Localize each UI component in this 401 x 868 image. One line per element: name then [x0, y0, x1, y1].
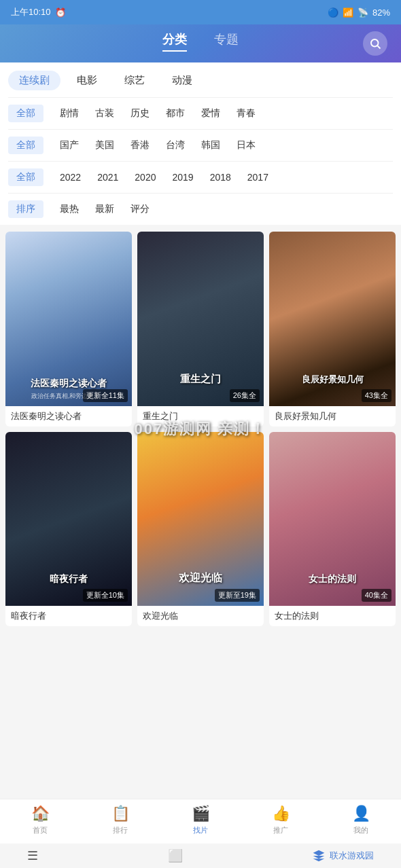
- video-badge-1: 更新全11集: [83, 389, 128, 402]
- nav-home-label: 首页: [33, 825, 48, 835]
- filter-area: 连续剧 电影 综艺 动漫 全部 剧情 古装 历史 都市 爱情 青春 全部 国产 …: [0, 62, 401, 225]
- year-2020[interactable]: 2020: [126, 169, 164, 185]
- video-card-4[interactable]: 暗夜行者 更新全10集 暗夜行者: [5, 432, 132, 627]
- tab-fenglei[interactable]: 分类: [162, 31, 187, 52]
- video-thumb-6: 女士的法则 40集全: [269, 432, 396, 607]
- cat-lianxuju[interactable]: 连续剧: [8, 71, 60, 90]
- bluetooth-icon: 🔵: [328, 7, 338, 18]
- video-badge-4: 更新全10集: [83, 589, 128, 602]
- video-title-6: 女士的法则: [269, 606, 396, 626]
- search-button[interactable]: [363, 31, 387, 56]
- region-hanguo[interactable]: 韩国: [193, 137, 228, 154]
- nav-home[interactable]: 🏠 首页: [20, 805, 60, 835]
- region-guochan[interactable]: 国产: [52, 137, 87, 154]
- sort-label[interactable]: 排序: [8, 200, 43, 218]
- video-thumb-3: 良辰好景知几何 43集全: [269, 232, 396, 406]
- region-label[interactable]: 全部: [8, 137, 43, 154]
- video-card-2[interactable]: 重生之门 26集全 重生之门: [137, 232, 264, 427]
- nav-ranking[interactable]: 📋 排行: [100, 805, 141, 835]
- svg-line-1: [377, 46, 380, 48]
- genre-dushi[interactable]: 都市: [158, 105, 193, 122]
- bottom-nav: 🏠 首页 📋 排行 🎬 找片 👍 推广 👤 我的: [0, 799, 401, 844]
- video-title-5: 欢迎光临: [137, 606, 264, 626]
- region-riben[interactable]: 日本: [228, 137, 264, 154]
- mine-icon: 👤: [352, 805, 370, 822]
- category-row: 连续剧 电影 综艺 动漫: [8, 62, 393, 98]
- cat-dianying[interactable]: 电影: [66, 71, 108, 90]
- video-title-1: 法医秦明之读心者: [5, 406, 132, 427]
- ranking-icon: 📋: [111, 805, 130, 822]
- video-grid: 007游测网 亲测！ 法医秦明之读心者 政治任务真相,和旁边来了！ 更新全11集…: [0, 225, 401, 633]
- year-2022[interactable]: 2022: [52, 169, 89, 185]
- year-2021[interactable]: 2021: [89, 169, 126, 185]
- nav-find[interactable]: 🎬 找片: [180, 805, 221, 835]
- status-bar: 上午10:10 ⏰ 🔵 📶 📡 82%: [0, 0, 401, 24]
- status-time: 上午10:10: [11, 6, 51, 18]
- video-badge-5: 更新至19集: [215, 589, 260, 602]
- video-thumb-1: 法医秦明之读心者 政治任务真相,和旁边来了！ 更新全11集: [5, 232, 132, 406]
- region-row: 全部 国产 美国 香港 台湾 韩国 日本: [8, 130, 393, 162]
- nav-mine[interactable]: 👤 我的: [341, 805, 381, 835]
- clock-icon: ⏰: [55, 7, 66, 18]
- brand-logo-icon: [312, 849, 326, 863]
- sort-row: 排序 最热 最新 评分: [8, 194, 393, 225]
- year-label[interactable]: 全部: [8, 168, 43, 186]
- tab-zhuanti[interactable]: 专题: [214, 31, 239, 52]
- status-left: 上午10:10 ⏰: [11, 6, 66, 18]
- genre-qingchun[interactable]: 青春: [228, 105, 264, 122]
- video-title-2: 重生之门: [137, 406, 264, 427]
- promo-icon: 👍: [272, 805, 290, 822]
- video-badge-2: 26集全: [230, 389, 260, 402]
- nav-find-label: 找片: [193, 825, 208, 835]
- status-right: 🔵 📶 📡 82%: [328, 7, 390, 18]
- video-title-3: 良辰好景知几何: [269, 406, 396, 427]
- nav-mine-label: 我的: [353, 825, 368, 835]
- cat-dongman[interactable]: 动漫: [161, 71, 203, 90]
- nav-ranking-label: 排行: [113, 825, 128, 835]
- video-thumb-5: 欢迎光临 更新至19集: [137, 432, 264, 607]
- nav-promo[interactable]: 👍 推广: [260, 805, 301, 835]
- genre-aiqing[interactable]: 爱情: [193, 105, 228, 122]
- video-badge-6: 40集全: [362, 589, 391, 602]
- video-title-4: 暗夜行者: [5, 606, 132, 626]
- genre-row: 全部 剧情 古装 历史 都市 爱情 青春: [8, 98, 393, 130]
- video-badge-3: 43集全: [362, 389, 391, 402]
- video-card-3[interactable]: 良辰好景知几何 43集全 良辰好景知几何: [269, 232, 396, 427]
- video-thumb-2: 重生之门 26集全: [137, 232, 264, 406]
- genre-guzhuang[interactable]: 古装: [87, 105, 122, 122]
- sort-pingfen[interactable]: 评分: [122, 200, 158, 218]
- signal-icon: 📶: [343, 7, 353, 18]
- home-icon: 🏠: [31, 805, 50, 822]
- video-card-5[interactable]: 欢迎光临 更新至19集 欢迎光临: [137, 432, 264, 627]
- header-tabs: 分类 专题: [162, 31, 239, 52]
- genre-juqing[interactable]: 剧情: [52, 105, 87, 122]
- wifi-icon: 📡: [358, 7, 368, 18]
- year-row: 全部 2022 2021 2020 2019 2018 2017: [8, 162, 393, 194]
- region-xianggang[interactable]: 香港: [122, 137, 158, 154]
- header: 分类 专题: [0, 24, 401, 62]
- region-taiwan[interactable]: 台湾: [158, 137, 193, 154]
- video-card-1[interactable]: 法医秦明之读心者 政治任务真相,和旁边来了！ 更新全11集 法医秦明之读心者: [5, 232, 132, 427]
- year-2017[interactable]: 2017: [239, 169, 277, 185]
- genre-lishi[interactable]: 历史: [122, 105, 158, 122]
- nav-promo-label: 推广: [273, 825, 288, 835]
- genre-label[interactable]: 全部: [8, 105, 43, 122]
- home-system-icon[interactable]: ⬜: [168, 848, 183, 863]
- region-meiguo[interactable]: 美国: [87, 137, 122, 154]
- video-card-6[interactable]: 女士的法则 40集全 女士的法则: [269, 432, 396, 627]
- video-thumb-4: 暗夜行者 更新全10集: [5, 432, 132, 607]
- system-bar: ☰ ⬜ 联水游戏园: [0, 844, 401, 868]
- svg-point-0: [371, 39, 379, 47]
- sort-zuixin[interactable]: 最新: [87, 200, 122, 218]
- menu-icon[interactable]: ☰: [27, 848, 38, 863]
- find-icon: 🎬: [192, 805, 210, 822]
- brand-name: 联水游戏园: [330, 850, 374, 862]
- brand-area: 联水游戏园: [312, 849, 374, 863]
- battery-indicator: 82%: [372, 7, 390, 18]
- sort-zuire[interactable]: 最热: [52, 200, 87, 218]
- year-2018[interactable]: 2018: [202, 169, 239, 185]
- year-2019[interactable]: 2019: [164, 169, 201, 185]
- cat-zongyi[interactable]: 综艺: [114, 71, 156, 90]
